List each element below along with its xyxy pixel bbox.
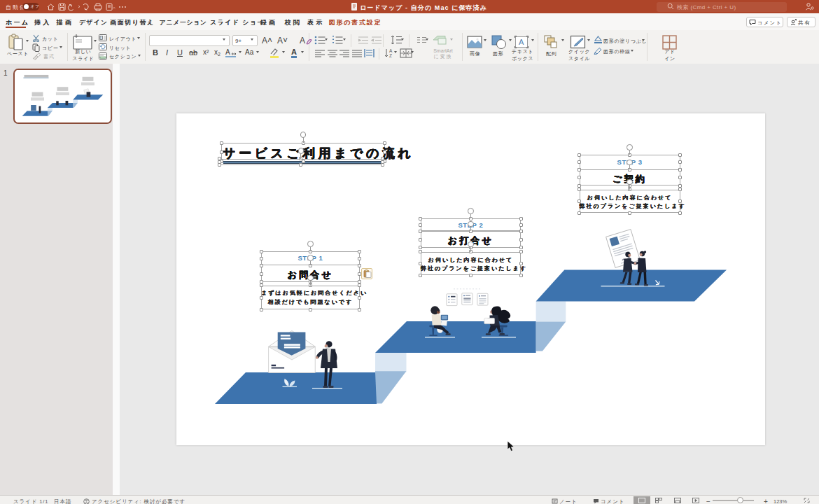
svg-text:Z: Z <box>389 53 392 58</box>
svg-text:A: A <box>389 48 393 53</box>
svg-text:A: A <box>519 38 524 46</box>
